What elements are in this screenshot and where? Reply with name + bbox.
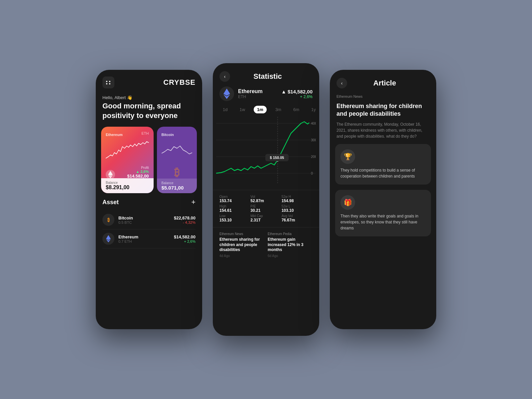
greeting-hello: Hello, Albert 👋 xyxy=(102,95,196,100)
coin-ticker: ETH xyxy=(238,94,263,99)
svg-text:400: 400 xyxy=(311,121,316,125)
stat-pe: P/E 30.21 xyxy=(250,204,281,213)
eth-card[interactable]: Ethereum ETH Profit ▲ 2,6% $14.582,00 xyxy=(101,127,154,193)
news-headline-1: Ethereum sharing for children and people… xyxy=(219,237,264,253)
btc-change: - 4,32% xyxy=(174,220,196,224)
menu-button[interactable] xyxy=(102,76,114,88)
btc-icon: ₿ xyxy=(102,214,114,226)
stat-high: High 154.61 xyxy=(219,204,250,213)
btc-sub: 0.5 BTC xyxy=(118,220,133,224)
stat-mktcap: Mkt Cap 2.31T xyxy=(250,214,281,222)
eth-price: $14,582.00 xyxy=(174,234,196,239)
tab-1w[interactable]: 1w xyxy=(236,106,248,113)
svg-text:0: 0 xyxy=(311,171,313,175)
tab-1y[interactable]: 1y xyxy=(308,106,319,113)
tab-1m[interactable]: 1m xyxy=(254,106,267,113)
eth-card-label: Ethereum xyxy=(106,133,123,137)
news-time-2: 6d Ago xyxy=(268,254,313,258)
greeting-main: Good morning, spread positivity to every… xyxy=(102,101,196,120)
phone-article: ‹ Article Ethereum News Ethereum sharing… xyxy=(330,70,436,329)
article-body: The Ethereum community, Monday, October … xyxy=(330,121,436,144)
coin-price-right: ▲ $14,582,00 + 2,6% xyxy=(281,89,313,99)
asset-header: Asset + xyxy=(102,198,196,206)
app-logo: CRYBSE xyxy=(163,78,196,87)
article-title: Article xyxy=(350,79,419,87)
eth-info: Ethereum 0.7 ETH xyxy=(118,234,138,243)
statistic-header: ‹ Statistic xyxy=(213,63,319,86)
svg-text:200: 200 xyxy=(311,155,316,159)
stat-avgvol: Avg Vol 76.67m xyxy=(282,214,313,222)
profit-label: Profit xyxy=(106,166,149,170)
news-source-2: Ethereum Pedia xyxy=(268,232,313,236)
stat-low: Low 153.10 xyxy=(219,214,250,222)
statistic-title: Statistic xyxy=(233,72,302,81)
article-header: ‹ Article xyxy=(330,70,436,93)
eth-info-row: Ethereum ETH ▲ $14,582,00 + 2,6% xyxy=(213,86,319,106)
eth-name: Ethereum xyxy=(118,234,138,239)
trophy-icon: 🏆 xyxy=(340,149,355,164)
time-tabs: 1d 1w 1m 3m 6m 1y xyxy=(213,106,319,113)
eth-sub: 0.7 ETH xyxy=(118,239,138,243)
btc-balance-section: Balance $5.071,00 xyxy=(157,179,197,193)
eth-price-right: $14,582.00 + 2,6% xyxy=(174,234,196,243)
stat-vol: Vol 52.87m xyxy=(250,195,281,203)
news-item-1[interactable]: Ethereum News Ethereum sharing for child… xyxy=(219,232,264,258)
news-item-2[interactable]: Ethereum Pedia Ethereum gain increased 1… xyxy=(268,232,313,258)
gift-icon: 🎁 xyxy=(340,195,355,210)
phone-statistic: ‹ Statistic Ethereum ETH ▲ $14,582,00 + … xyxy=(213,63,319,336)
news-headline-2: Ethereum gain increased 12% in 3 months xyxy=(268,237,313,253)
coin-details: Ethereum ETH xyxy=(238,88,263,99)
coin-price: ▲ $14,582,00 xyxy=(281,89,313,94)
eth-change: + 2,6% xyxy=(174,239,196,243)
article-headline: Ethereum sharing for children and people… xyxy=(330,101,436,121)
coin-name: Ethereum xyxy=(238,88,263,94)
asset-item-eth[interactable]: Ethereum 0.7 ETH $14,582.00 + 2,6% xyxy=(102,229,196,248)
tab-3m[interactable]: 3m xyxy=(272,106,285,113)
btc-balance-label: Balance xyxy=(162,181,193,185)
add-asset-button[interactable]: + xyxy=(191,198,196,206)
greeting-section: Hello, Albert 👋 Good morning, spread pos… xyxy=(96,92,202,122)
btc-price: $22,678.00 xyxy=(174,215,196,220)
article-back-button[interactable]: ‹ xyxy=(336,78,347,88)
stat-52wl: 52w L 103.10 xyxy=(282,204,313,213)
news-time-1: 4d Ago xyxy=(219,254,264,258)
price-chart: 400 300 200 0 $ 150.05 xyxy=(213,117,319,190)
svg-text:300: 300 xyxy=(311,138,316,142)
eth-icon xyxy=(102,233,114,245)
home-header: CRYBSE xyxy=(96,70,202,92)
stat-open: Open 153.74 xyxy=(219,195,250,203)
stats-grid: Open 153.74 Vol 52.87m 52w H 154.98 High… xyxy=(213,190,319,227)
btc-name: Bitcoin xyxy=(118,215,133,220)
btc-info: Bitcoin 0.5 BTC xyxy=(118,215,133,224)
stat-52wh: 52w H 154.98 xyxy=(282,195,313,203)
eth-logo xyxy=(219,86,234,101)
btc-card[interactable]: Bitcoin ₿ Balance $5.071,00 xyxy=(157,127,197,193)
news-row: Ethereum News Ethereum sharing for child… xyxy=(213,227,319,261)
btc-chart xyxy=(162,140,193,163)
news-source-1: Ethereum News xyxy=(219,232,264,236)
btc-price-right: $22,678.00 - 4,32% xyxy=(174,215,196,224)
article-card-1-text: They hold competitions to build a sense … xyxy=(340,167,426,179)
eth-card-ticker: ETH xyxy=(142,131,149,135)
eth-balance-label: Balance xyxy=(106,181,149,185)
article-meta: Ethereum News xyxy=(330,93,436,101)
tab-1d[interactable]: 1d xyxy=(219,106,231,113)
asset-title: Asset xyxy=(102,199,119,206)
coin-change: + 2,6% xyxy=(281,94,313,99)
svg-text:$ 150.05: $ 150.05 xyxy=(270,156,284,160)
phone-home: CRYBSE Hello, Albert 👋 Good morning, spr… xyxy=(96,70,202,329)
btc-card-label: Bitcoin xyxy=(162,133,174,137)
asset-section: Asset + ₿ Bitcoin 0.5 BTC $22,678.00 - 4… xyxy=(96,198,202,248)
article-card-2: 🎁 Then they also write their goals and g… xyxy=(335,190,431,236)
article-card-2-text: Then they also write their goals and goa… xyxy=(340,213,426,231)
back-button[interactable]: ‹ xyxy=(219,71,230,82)
eth-chart xyxy=(106,140,149,163)
asset-item-btc[interactable]: ₿ Bitcoin 0.5 BTC $22,678.00 - 4,32% xyxy=(102,210,196,229)
phones-container: CRYBSE Hello, Albert 👋 Good morning, spr… xyxy=(96,63,436,336)
eth-balance-val: $8.291,00 xyxy=(106,185,149,191)
article-card-1: 🏆 They hold competitions to build a sens… xyxy=(335,144,431,185)
crypto-cards-row: Ethereum ETH Profit ▲ 2,6% $14.582,00 xyxy=(96,122,202,198)
tab-6m[interactable]: 6m xyxy=(290,106,303,113)
eth-balance-section: Balance $8.291,00 xyxy=(101,178,154,193)
back-arrow-icon: ‹ xyxy=(224,74,226,79)
